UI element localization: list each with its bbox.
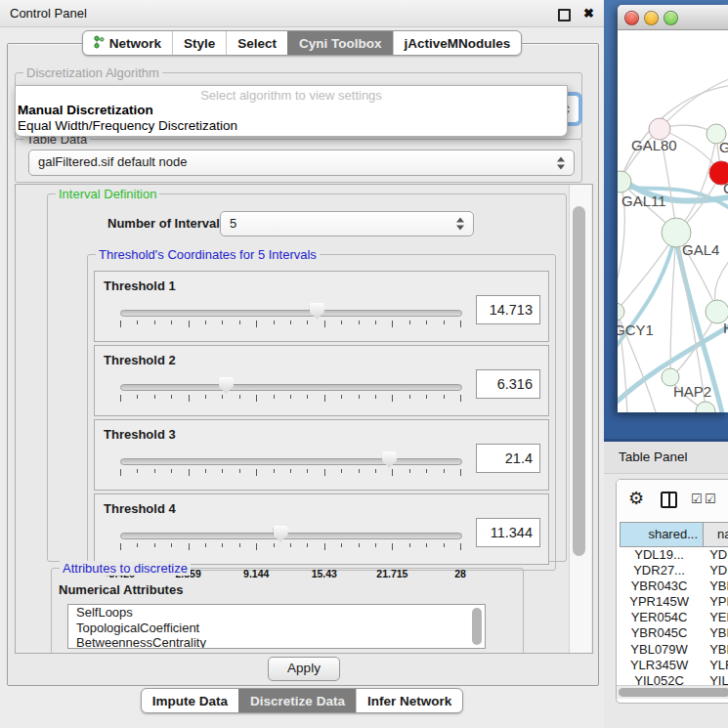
tick-mark bbox=[392, 395, 393, 402]
threshold-panel: Threshold 2 -3.4262.8599.14415.4321.7152… bbox=[94, 345, 549, 416]
list-scrollbar-thumb[interactable] bbox=[472, 608, 482, 645]
tick-mark bbox=[341, 395, 342, 399]
bottom-tabbar: Impute DataDiscretize DataInfer Network bbox=[141, 688, 463, 713]
cell-shared-name: YDR27... bbox=[620, 563, 699, 578]
split-columns-icon[interactable] bbox=[661, 492, 677, 508]
slider-thumb-icon[interactable] bbox=[310, 303, 324, 320]
slider-thumb-icon[interactable] bbox=[219, 377, 234, 394]
tick-mark bbox=[341, 543, 342, 547]
threshold-value-field[interactable]: 14.713 bbox=[476, 295, 540, 324]
discretization-algorithm-group-label: Discretization Algorithm bbox=[23, 65, 162, 80]
threshold-slider[interactable]: -3.4262.8599.14415.4321.71528 bbox=[120, 379, 460, 412]
attribute-items: SelfLoopsTopologicalCoefficientBetweenne… bbox=[68, 605, 485, 649]
threshold-slider[interactable]: -3.4262.8599.14415.4321.71528 bbox=[120, 528, 460, 561]
algorithm-popup: Select algorithm to view settings Manual… bbox=[15, 85, 568, 137]
table-hscrollbar-thumb[interactable] bbox=[619, 688, 728, 697]
cell-name: YPR1 bbox=[699, 594, 728, 610]
tab-discretize-data[interactable]: Discretize Data bbox=[238, 689, 356, 712]
network-node-gcy1[interactable] bbox=[618, 303, 624, 321]
tick-mark bbox=[222, 321, 223, 324]
network-node-node[interactable] bbox=[696, 402, 715, 412]
tab-label: Style bbox=[184, 36, 215, 51]
network-node-label: H bbox=[723, 320, 728, 336]
tab-network[interactable]: Network bbox=[83, 31, 172, 55]
tick-mark bbox=[171, 543, 172, 547]
table-row[interactable]: YPR145WYPR1 bbox=[620, 594, 728, 610]
slider-ticks: -3.4262.8599.14415.4321.71528 bbox=[120, 395, 460, 403]
threshold-value-field[interactable]: 11.344 bbox=[476, 518, 540, 547]
close-icon[interactable]: ✖ bbox=[583, 4, 594, 22]
tick-mark bbox=[460, 469, 461, 476]
close-traffic-light-icon[interactable] bbox=[624, 11, 639, 25]
slider-track[interactable] bbox=[120, 533, 462, 539]
table-row[interactable]: YBR043CYBR0 bbox=[620, 578, 728, 594]
tab-label: Cyni Toolbox bbox=[299, 36, 382, 51]
interval-definition-group: Interval Definition Number of Intervals … bbox=[47, 193, 567, 562]
combo-stepper-icon bbox=[557, 156, 566, 169]
settings-scrollbar-thumb[interactable] bbox=[573, 206, 585, 556]
threshold-slider[interactable]: -3.4262.8599.14415.4321.71528 bbox=[120, 305, 460, 338]
column-header-shared-name[interactable]: shared... bbox=[620, 522, 704, 547]
cell-name: YER0 bbox=[699, 610, 728, 625]
tab-impute-data[interactable]: Impute Data bbox=[142, 689, 238, 712]
table-hscrollbar[interactable] bbox=[617, 685, 728, 699]
tick-mark bbox=[137, 543, 138, 547]
threshold-panel: Threshold 4 -3.4262.8599.14415.4321.7152… bbox=[94, 493, 549, 565]
network-edge bbox=[676, 136, 716, 233]
tick-mark bbox=[256, 321, 257, 327]
table-row[interactable]: YBL079WYBL0 bbox=[620, 642, 728, 658]
attribute-item-topologicalcoefficient[interactable]: TopologicalCoefficient bbox=[68, 621, 485, 636]
slider-thumb-icon[interactable] bbox=[274, 526, 288, 542]
minimize-traffic-light-icon[interactable] bbox=[644, 11, 659, 25]
threshold-value-field[interactable]: 6.316 bbox=[476, 369, 540, 399]
top-tabbar-wrap: NetworkStyleSelectCyni ToolboxjActiveMNo… bbox=[0, 30, 604, 56]
network-view-window: GAL80GACGAL11GAL4GCY1HHAP2 bbox=[618, 5, 728, 412]
tick-mark bbox=[324, 469, 325, 476]
table-row[interactable]: YER054CYER0 bbox=[620, 610, 728, 625]
tick-mark bbox=[392, 321, 393, 327]
tick-mark bbox=[189, 321, 190, 327]
tick-mark bbox=[307, 321, 308, 324]
threshold-slider[interactable]: -3.4262.8599.14415.4321.71528 bbox=[120, 453, 460, 487]
numerical-attributes-label: Numerical Attributes bbox=[59, 582, 183, 597]
float-window-icon[interactable] bbox=[558, 9, 571, 21]
tab-style[interactable]: Style bbox=[172, 31, 226, 55]
table-row[interactable]: YBR045CYBR0 bbox=[620, 625, 728, 641]
settings-scrollbar[interactable] bbox=[569, 185, 591, 653]
tick-mark bbox=[120, 469, 121, 476]
checkbox-icon[interactable]: ☑ bbox=[705, 492, 716, 506]
apply-button[interactable]: Apply bbox=[268, 657, 340, 681]
column-header-name[interactable]: name bbox=[704, 522, 728, 547]
attribute-item-selfloops[interactable]: SelfLoops bbox=[68, 605, 485, 621]
table-toolbar: ⚙ ☑ ☑ bbox=[617, 480, 728, 521]
tick-mark bbox=[426, 321, 427, 324]
tick-mark bbox=[359, 395, 360, 399]
tab-infer-network[interactable]: Infer Network bbox=[356, 689, 462, 712]
number-of-intervals-combobox[interactable]: 5 bbox=[220, 211, 474, 236]
tab-select[interactable]: Select bbox=[226, 31, 287, 55]
slider-track[interactable] bbox=[120, 384, 462, 391]
table-data-combobox[interactable]: galFiltered.sif default node bbox=[28, 150, 575, 176]
table-row[interactable]: YDL19...YDL1 bbox=[620, 547, 728, 563]
network-canvas[interactable]: GAL80GACGAL11GAL4GCY1HHAP2 bbox=[618, 30, 728, 412]
tick-mark bbox=[274, 469, 275, 473]
gear-icon[interactable]: ⚙ bbox=[628, 488, 644, 509]
zoom-traffic-light-icon[interactable] bbox=[664, 11, 678, 25]
table-row[interactable]: YDR27...YDR2 bbox=[620, 563, 728, 578]
slider-track[interactable] bbox=[120, 310, 462, 317]
table-row[interactable]: YLR345WYLR3 bbox=[620, 658, 728, 673]
tab-jactivemnodules[interactable]: jActiveMNodules bbox=[393, 31, 522, 55]
popup-item-equal-width-frequency-discretization[interactable]: Equal Width/Frequency Discretization bbox=[16, 118, 567, 134]
checkbox-icon[interactable]: ☑ bbox=[691, 492, 703, 506]
cell-name: YLR3 bbox=[699, 658, 728, 673]
popup-item-manual-discretization[interactable]: Manual Discretization bbox=[16, 103, 567, 118]
slider-track[interactable] bbox=[120, 458, 462, 465]
tick-mark bbox=[444, 543, 445, 547]
slider-thumb-icon[interactable] bbox=[382, 451, 397, 468]
tick-mark bbox=[444, 395, 445, 399]
network-node-label: HAP2 bbox=[673, 383, 711, 400]
tick-mark bbox=[341, 321, 342, 324]
threshold-value-field[interactable]: 21.4 bbox=[476, 444, 540, 473]
attribute-item-betweennesscentrality[interactable]: BetweennessCentrality bbox=[68, 635, 485, 649]
tab-cyni-toolbox[interactable]: Cyni Toolbox bbox=[287, 31, 393, 55]
